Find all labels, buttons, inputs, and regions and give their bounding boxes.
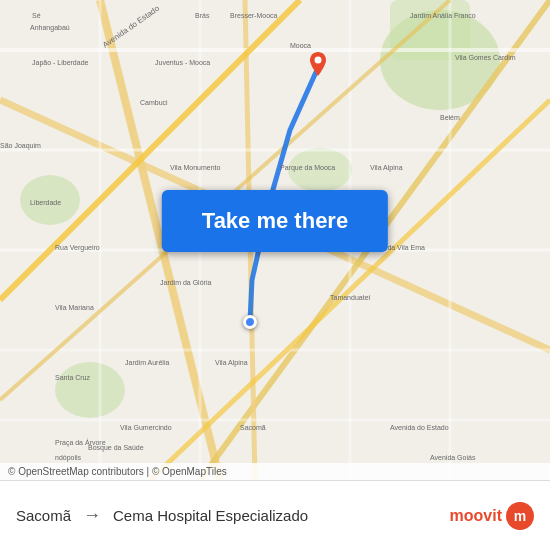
svg-text:Vila Monumento: Vila Monumento [170, 164, 221, 171]
svg-text:Belém: Belém [440, 114, 460, 121]
svg-text:Anhangabaú: Anhangabaú [30, 24, 70, 32]
svg-point-3 [55, 362, 125, 418]
map-attribution: © OpenStreetMap contributors | © OpenMap… [0, 463, 550, 480]
svg-text:Avenida do Estado: Avenida do Estado [390, 424, 449, 431]
svg-text:Tamanduateí: Tamanduateí [330, 294, 371, 301]
svg-text:Santa Cruz: Santa Cruz [55, 374, 91, 381]
svg-text:ndópolis: ndópolis [55, 454, 82, 462]
svg-text:Vila Alpina: Vila Alpina [370, 164, 403, 172]
svg-text:Juventus - Mooca: Juventus - Mooca [155, 59, 210, 66]
svg-text:Vila Alpina: Vila Alpina [215, 359, 248, 367]
svg-text:Vila Gomes Cardim: Vila Gomes Cardim [455, 54, 516, 61]
svg-text:Jardim da Glória: Jardim da Glória [160, 279, 211, 286]
svg-text:Rua Vergueiro: Rua Vergueiro [55, 244, 100, 252]
svg-text:Japão - Liberdade: Japão - Liberdade [32, 59, 89, 67]
moovit-icon: m [506, 502, 534, 530]
svg-text:Sé: Sé [32, 12, 41, 19]
arrow-icon: → [83, 505, 101, 526]
svg-text:Cambuci: Cambuci [140, 99, 168, 106]
svg-text:Bosque da Saúde: Bosque da Saúde [88, 444, 144, 452]
destination-label: Cema Hospital Especializado [113, 507, 308, 524]
svg-text:Jardim Aurélia: Jardim Aurélia [125, 359, 169, 366]
svg-text:Jardim Anália Franco: Jardim Anália Franco [410, 12, 476, 19]
origin-marker [243, 315, 257, 329]
svg-text:Parque da Mooca: Parque da Mooca [280, 164, 335, 172]
svg-text:Sacomã: Sacomã [240, 424, 266, 431]
moovit-brand-text: moovit [450, 507, 502, 525]
moovit-logo: moovit m [450, 502, 534, 530]
bottom-bar: Sacomã → Cema Hospital Especializado moo… [0, 480, 550, 550]
svg-text:Brás: Brás [195, 12, 210, 19]
svg-text:Bresser-Mooca: Bresser-Mooca [230, 12, 278, 19]
destination-marker [306, 52, 330, 88]
take-me-there-button[interactable]: Take me there [162, 190, 388, 252]
svg-text:Vila Mariana: Vila Mariana [55, 304, 94, 311]
svg-text:Mooca: Mooca [290, 42, 311, 49]
map-container: Avenida do Estado Liberdade Cambuci Mooc… [0, 0, 550, 480]
svg-point-57 [315, 57, 322, 64]
svg-text:Avenida Goiás: Avenida Goiás [430, 454, 476, 461]
svg-text:Vila Gumercindo: Vila Gumercindo [120, 424, 172, 431]
svg-text:Liberdade: Liberdade [30, 199, 61, 206]
svg-text:São Joaquim: São Joaquim [0, 142, 41, 150]
origin-label: Sacomã [16, 507, 71, 524]
